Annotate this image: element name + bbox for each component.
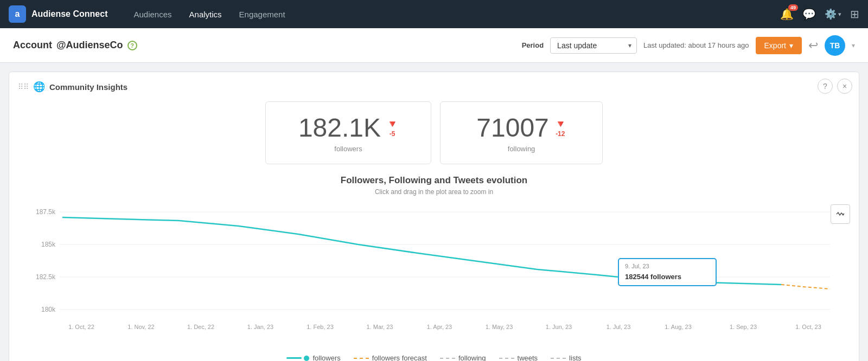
- followers-dot-indicator: [304, 356, 309, 361]
- svg-text:1. May, 23: 1. May, 23: [486, 324, 513, 330]
- y-label-1: 185k: [41, 241, 56, 248]
- period-wrapper: Last update Last 7 days Last 30 days Las…: [550, 37, 637, 54]
- following-value-row: 71007 🔻 -12: [473, 113, 570, 143]
- y-label-3: 180k: [41, 306, 56, 313]
- y-label-0: 187.5k: [36, 208, 56, 216]
- nav-engagement[interactable]: Engagement: [239, 10, 285, 19]
- last-updated-text: Last updated: about 17 hours ago: [643, 41, 749, 49]
- following-label: following: [473, 145, 570, 153]
- svg-text:1. Sep, 23: 1. Sep, 23: [730, 324, 757, 330]
- legend-forecast: followers forecast: [354, 354, 427, 361]
- svg-text:182544 followers: 182544 followers: [625, 273, 681, 281]
- svg-text:9. Jul, 23: 9. Jul, 23: [625, 263, 649, 269]
- legend-lists-label: lists: [569, 354, 581, 361]
- legend-lists: lists: [551, 354, 581, 361]
- chart-svg-wrapper: 187.5k 185k 182.5k 180k: [18, 204, 850, 347]
- svg-text:1. Jan, 23: 1. Jan, 23: [247, 324, 273, 330]
- legend-followers: followers: [286, 354, 340, 361]
- svg-point-0: [843, 214, 844, 216]
- y-label-2: 182.5k: [36, 273, 56, 281]
- svg-text:1. Oct, 22: 1. Oct, 22: [68, 324, 94, 330]
- account-help-button[interactable]: ?: [127, 41, 137, 50]
- avatar-initials: TB: [830, 41, 840, 50]
- globe-icon: 🌐: [33, 81, 45, 93]
- following-change: 🔻 -12: [554, 118, 566, 138]
- messages-button[interactable]: 💬: [802, 8, 816, 21]
- svg-text:1. Apr, 23: 1. Apr, 23: [427, 324, 452, 330]
- account-header: Account @AudienseCo ? Period Last update…: [0, 28, 868, 63]
- main-content: ⠿⠿ 🌐 Community Insights ? × 182.1K 🔻 -5 …: [0, 63, 868, 361]
- notification-badge: 49: [788, 4, 798, 11]
- following-down-arrow: 🔻: [554, 118, 566, 130]
- legend-followers-label: followers: [312, 354, 340, 361]
- followers-label: followers: [298, 145, 398, 153]
- followers-value-row: 182.1K 🔻 -5: [298, 113, 398, 143]
- brand-name: Audiense Connect: [31, 9, 107, 19]
- followers-line-indicator: [286, 357, 302, 359]
- svg-text:1. Feb, 23: 1. Feb, 23: [307, 324, 334, 330]
- chart-svg[interactable]: 187.5k 185k 182.5k 180k: [18, 204, 850, 345]
- following-number: 71007: [476, 113, 548, 143]
- card-actions: ? ×: [818, 79, 852, 94]
- card-header: ⠿⠿ 🌐 Community Insights: [18, 81, 850, 93]
- legend-forecast-label: followers forecast: [372, 354, 427, 361]
- back-button[interactable]: ↩: [808, 38, 818, 53]
- svg-text:1. Aug, 23: 1. Aug, 23: [665, 324, 692, 330]
- followers-stat-box: 182.1K 🔻 -5 followers: [265, 101, 431, 164]
- export-label: Export: [764, 41, 786, 50]
- followers-number: 182.1K: [298, 113, 381, 143]
- grid-button[interactable]: ⊞: [850, 8, 859, 21]
- drag-handle-icon[interactable]: ⠿⠿: [18, 82, 29, 91]
- chart-title: Followers, Following and Tweets evolutio…: [18, 175, 850, 186]
- period-select[interactable]: Last update Last 7 days Last 30 days Las…: [550, 37, 637, 54]
- settings-button[interactable]: ⚙️ ▾: [825, 8, 841, 20]
- svg-text:1. Dec, 22: 1. Dec, 22: [187, 324, 214, 330]
- stat-boxes: 182.1K 🔻 -5 followers 71007 🔻 -12 follo: [18, 101, 850, 164]
- tweets-line-indicator: [499, 358, 514, 359]
- period-label: Period: [522, 41, 544, 49]
- svg-text:1. Nov, 22: 1. Nov, 22: [127, 324, 154, 330]
- avatar-dropdown-arrow[interactable]: ▾: [852, 42, 855, 49]
- following-stat-box: 71007 🔻 -12 following: [440, 101, 603, 164]
- logo-icon: a: [9, 5, 26, 23]
- svg-text:1. Jul, 23: 1. Jul, 23: [607, 324, 631, 330]
- lists-line-indicator: [551, 358, 566, 359]
- export-button[interactable]: Export ▾: [756, 37, 802, 54]
- chart-container[interactable]: 187.5k 185k 182.5k 180k: [18, 204, 850, 361]
- nav-links: Audiences Analytics Engagement: [133, 10, 285, 19]
- svg-text:1. Oct, 23: 1. Oct, 23: [795, 324, 821, 330]
- card-title: Community Insights: [49, 82, 127, 92]
- nav-analytics[interactable]: Analytics: [189, 10, 222, 19]
- forecast-line-indicator: [354, 358, 369, 359]
- following-line-indicator: [440, 358, 455, 359]
- period-section: Period Last update Last 7 days Last 30 d…: [522, 35, 855, 56]
- followers-change: 🔻 -5: [386, 118, 398, 138]
- community-insights-card: ⠿⠿ 🌐 Community Insights ? × 182.1K 🔻 -5 …: [9, 72, 859, 361]
- account-label: Account: [13, 40, 52, 51]
- svg-text:1. Jun, 23: 1. Jun, 23: [546, 324, 572, 330]
- svg-text:1. Mar, 23: 1. Mar, 23: [367, 324, 393, 330]
- app-logo[interactable]: a Audiense Connect: [9, 5, 107, 23]
- account-title: Account @AudienseCo ?: [13, 40, 137, 51]
- card-help-button[interactable]: ?: [818, 79, 833, 94]
- export-arrow-icon: ▾: [789, 41, 793, 50]
- nav-audiences[interactable]: Audiences: [133, 10, 171, 19]
- chart-subtitle: Click and drag in the plot area to zoom …: [18, 188, 850, 196]
- legend-tweets: tweets: [499, 354, 538, 361]
- chart-legend: followers followers forecast following t…: [18, 354, 850, 361]
- legend-tweets-label: tweets: [518, 354, 538, 361]
- followers-down-arrow: 🔻: [386, 118, 398, 130]
- nav-right-actions: 🔔 49 💬 ⚙️ ▾ ⊞: [780, 8, 859, 21]
- legend-following: following: [440, 354, 486, 361]
- top-navigation: a Audiense Connect Audiences Analytics E…: [0, 0, 868, 28]
- card-close-button[interactable]: ×: [837, 79, 852, 94]
- legend-following-label: following: [458, 354, 486, 361]
- following-change-num: -12: [556, 130, 565, 138]
- account-handle: @AudienseCo: [56, 40, 123, 51]
- chart-options-button[interactable]: [831, 204, 850, 224]
- account-avatar[interactable]: TB: [825, 35, 845, 56]
- notifications-button[interactable]: 🔔 49: [780, 8, 794, 21]
- followers-change-num: -5: [390, 130, 395, 138]
